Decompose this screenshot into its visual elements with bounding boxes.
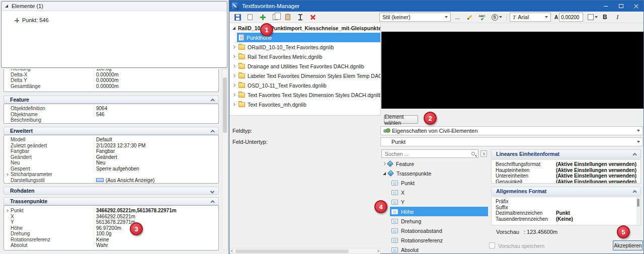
collapse-icon[interactable] [210,200,214,204]
format-row[interactable]: Dezimaltrennzeichen Punkt [492,210,640,216]
scrollbar-thumb[interactable] [637,199,639,207]
expander-icon[interactable] [6,173,9,176]
field-item-punkt[interactable]: Punkt [381,178,488,188]
fieldsubtype-select[interactable]: Punkt [380,137,643,146]
select-element-button[interactable]: Element wählen [384,115,418,124]
format-row[interactable]: Beschriftungsformat (Aktive Einstellunge… [492,161,640,167]
insert-symbol-button[interactable]: S [489,13,504,22]
expand-icon[interactable] [210,189,214,193]
field-item-rotationsabstand[interactable]: Rotationsabstand [381,226,488,235]
field-item-absolut[interactable]: Absolut [381,245,488,254]
property-row[interactable]: Rotationsreferenz Keine [4,237,218,243]
tree-group-feature[interactable]: Feature [381,159,488,168]
scroll-right-icon[interactable] [376,249,379,252]
property-row[interactable]: Gesperrt Sperre aufgehoben [4,166,218,172]
property-row[interactable]: Fangbar Fangbar [4,148,218,154]
section-header-erweitert[interactable]: Erweitert [4,127,219,135]
property-row[interactable]: Gesamtlänge 0.00000m [4,83,218,90]
collapse-icon[interactable] [632,190,636,194]
text-size-input[interactable] [559,13,583,22]
expander-icon[interactable] [232,74,235,77]
horizontal-scrollbar[interactable] [230,248,380,254]
section-header-rohdaten[interactable]: Rohdaten [4,187,219,195]
more-options-button[interactable]: ... [452,13,462,22]
minimize-button[interactable] [598,1,613,12]
search-box[interactable] [381,149,478,158]
format-row[interactable]: Haupteinheiten (Aktive Einstellungen ver… [492,167,640,174]
section-header-feature[interactable]: Feature [4,96,219,104]
section-header-allgemeines-format[interactable]: Allgemeines Format [491,187,641,196]
delete-button[interactable] [307,13,318,22]
property-row-hoehe[interactable]: Höhe 96.97200m [4,225,218,231]
field-item-hoehe-selected[interactable]: Höhe [390,207,488,216]
new-group-button[interactable] [245,13,256,22]
tree-item-dgnlib[interactable]: Text Favorites_mh.dgnlib [230,100,380,109]
property-row[interactable]: Richtung 100.0g [4,69,218,72]
accept-button[interactable]: Akzeptieren [613,240,643,250]
expander-icon[interactable] [6,209,9,212]
italic-button[interactable]: I [612,13,623,22]
expander-icon[interactable] [232,27,235,30]
property-row[interactable]: Objektdefinition 9064 [4,106,218,112]
format-row[interactable]: Suffix [492,205,640,211]
expander-icon[interactable] [232,55,235,58]
property-row[interactable]: X 3466292.05221m [4,214,218,220]
scrollbar-thumb[interactable] [223,77,227,133]
save-preview-checkbox[interactable] [489,242,495,248]
property-row[interactable]: Darstellungsstil (Aus Ansicht Anzeige) [4,178,218,184]
format-row[interactable]: Präfix [492,199,640,205]
collapse-icon[interactable] [210,99,214,103]
search-next-button[interactable] [480,150,487,157]
property-row[interactable]: Absolut Wahr [4,242,218,248]
title-bar[interactable]: Textfavoriten-Manager [229,1,643,12]
vertical-scrollbar[interactable] [222,69,228,250]
tree-group-trassenpunkte[interactable]: Trassenpunkte [381,168,488,178]
scroll-left-icon[interactable] [231,249,234,252]
tree-item-dgnlib[interactable]: Rail Text Favorites Metric.dgnlib [230,52,380,61]
format-row[interactable]: Genauigkeit (Aktive Einstellungen verwen… [492,179,640,184]
tree-item-dgnlib[interactable]: ORailID_10-10_Text Favorites.dgnlib [230,42,380,52]
tree-item-dgnlib[interactable]: Drainage and Utilities Text Favorites DA… [230,61,380,71]
field-item-y[interactable]: Y [381,197,488,207]
expander-icon[interactable] [232,64,235,68]
expander-icon[interactable] [232,45,235,49]
fieldtype-select[interactable]: Eigenschaften von Civil-Elementen [380,126,643,135]
property-row[interactable]: Objektname 546 [4,112,218,118]
expander-icon[interactable] [232,103,235,106]
expander-icon[interactable] [232,93,235,97]
property-row[interactable]: Neu Neu [4,160,218,166]
search-input[interactable] [384,150,471,157]
collapse-icon[interactable] [210,130,214,134]
add-favorite-button[interactable] [257,13,268,22]
tree-item-dgnlib[interactable]: OSD_10-11_Text Favorites.dgnlib [230,80,380,90]
scrollbar-thumb[interactable] [235,249,349,253]
font-select[interactable]: T Arial [510,13,551,22]
color-picker-button[interactable] [588,14,598,20]
bold-button[interactable]: B [599,13,610,22]
property-row[interactable]: Punkt 3466292.05221m,5613678.22971m [4,208,218,214]
tree-item-dgnlib[interactable]: Text Favorites Text Styles Dimension Sty… [230,90,380,100]
property-row[interactable]: Beschreibung [4,117,218,123]
property-row[interactable]: Y 5613678.22971m [4,219,218,225]
tree-item-dgnlib[interactable]: Labeler Text Favorites Dimension Styles … [230,71,380,80]
format-row[interactable]: Untereinheiten (Aktive Einstellungen ver… [492,173,640,179]
property-row[interactable]: Zuletzt geändert 2/1/2023 12:37:30 PM [4,143,218,149]
paste-button[interactable] [282,13,293,22]
rename-button[interactable] [295,13,306,22]
favorite-preview-canvas[interactable] [381,32,643,109]
property-row[interactable]: Drehung 100.0g [4,231,218,237]
property-row[interactable]: Modell Default [4,137,218,143]
tree-item-active-dgn[interactable]: RailD_10-11_Punktimport_Kiesschneise_mit… [230,23,380,33]
property-row[interactable]: Strichartparameter [4,172,218,178]
collapse-icon[interactable] [632,153,636,157]
section-header-trassenpunkte[interactable]: Trassenpunkte [4,197,219,205]
expander-icon[interactable] [383,172,386,175]
elements-header[interactable]: Elemente (1) [2,2,227,11]
expander-icon[interactable] [382,162,386,165]
property-row[interactable]: Geändert Geändert [4,154,218,160]
tree-item-favorite-selected[interactable]: Punkthöhe [237,33,380,42]
spellcheck-button[interactable]: ABC [476,13,488,22]
section-header-lineares-einheitenformat[interactable]: Lineares Einheitenformat [491,149,641,158]
style-select[interactable]: Stil (keiner) [379,13,451,22]
element-tree-item[interactable]: Punkt: 546 [15,17,227,23]
